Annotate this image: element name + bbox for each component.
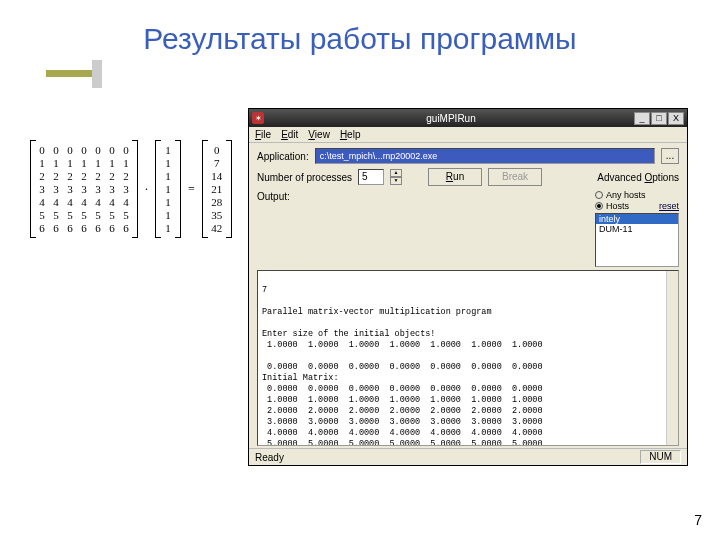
titlebar[interactable]: ✶ guiMPIRun _ □ X [249,109,687,127]
host-item[interactable]: DUM-11 [596,224,678,234]
hosts-label: Hosts [606,201,629,211]
status-ready: Ready [255,452,284,463]
output-label: Output: [257,190,290,202]
hosts-panel: Any hosts Hosts reset intely DUM-11 [595,190,679,267]
statusbar: Ready NUM [249,448,687,465]
status-num: NUM [640,450,681,464]
title-accent-bar-2 [92,60,102,88]
browse-button[interactable]: ... [661,148,679,164]
any-hosts-radio[interactable]: Any hosts [595,190,679,200]
close-button[interactable]: X [668,112,684,125]
numproc-spinner[interactable]: ▲▼ [390,169,402,185]
matrix-A: 0000000111111122222223333333444444455555… [30,140,138,238]
toolbar: Application: c:\test_mpich\...mp20002.ex… [249,143,687,270]
page-number: 7 [694,512,702,528]
advanced-options-link[interactable]: Advanced Options [597,172,679,183]
hosts-list[interactable]: intely DUM-11 [595,213,679,267]
app-window: ✶ guiMPIRun _ □ X File Edit View Help Ap… [248,108,688,466]
menu-edit[interactable]: Edit [281,129,298,140]
maximize-button[interactable]: □ [651,112,667,125]
hosts-radio[interactable]: Hosts reset [595,201,679,211]
slide-title: Результаты работы программы [0,0,720,56]
vector-x: 1111111 [155,140,181,238]
scrollbar[interactable] [666,271,678,445]
menu-help[interactable]: Help [340,129,361,140]
numproc-input[interactable]: 5 [358,169,384,185]
run-button[interactable]: Run [428,168,482,186]
break-button[interactable]: Break [488,168,542,186]
menu-view[interactable]: View [308,129,330,140]
dot-symbol: · [142,182,151,197]
reset-link[interactable]: reset [659,201,679,211]
minimize-button[interactable]: _ [634,112,650,125]
vector-b: 071421283542 [202,140,232,238]
any-hosts-label: Any hosts [606,190,646,200]
application-label: Application: [257,151,309,162]
matrix-equation: 0000000111111122222223333333444444455555… [30,140,232,238]
window-title: guiMPIRun [268,113,634,124]
application-input[interactable]: c:\test_mpich\...mp20002.exe [315,148,655,164]
menu-file[interactable]: File [255,129,271,140]
host-item[interactable]: intely [596,214,678,224]
equals-symbol: = [185,182,198,197]
numproc-label: Number of processes [257,172,352,183]
app-icon: ✶ [252,112,264,124]
menubar: File Edit View Help [249,127,687,143]
output-console[interactable]: 7 Parallel matrix-vector multiplication … [257,270,679,446]
